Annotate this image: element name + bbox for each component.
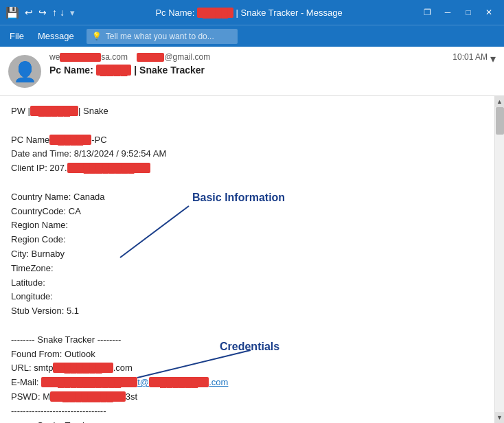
body-longitude: Longitude: [11, 290, 483, 304]
email-link[interactable]: ██████████t@██████.com [41, 377, 228, 387]
scrollbar-up[interactable]: ▲ [495, 96, 505, 107]
body-city: City: Burnaby [11, 247, 483, 262]
from-redacted [60, 53, 101, 62]
body-region-code: Region Code: [11, 233, 483, 247]
pcname-redacted: ████ [49, 135, 91, 145]
email-from: wesa.com @gmail.com [49, 52, 447, 62]
lightbulb-icon: 💡 [92, 32, 102, 41]
body-email: E-Mail: ██████████t@██████.com [11, 376, 483, 390]
url-redacted: ██████ [53, 363, 113, 373]
window-title: Pc Name: ████ | Snake Tracker - Message [80, 8, 417, 18]
message-menu[interactable]: Message [31, 28, 81, 44]
close-btn[interactable]: ✕ [479, 3, 499, 22]
title-bar: 💾 ↩ ↪ ↑ ↓ ▾ Pc Name: ████ | Snake Tracke… [0, 0, 504, 25]
body-country: Country Name: Canada [11, 190, 483, 205]
scrollbar-track[interactable] [495, 107, 504, 412]
subject-redacted: ████ [96, 65, 132, 76]
email-header: 👤 wesa.com @gmail.com Pc Name: ████ | Sn… [0, 47, 504, 96]
scrollbar-down[interactable]: ▼ [495, 412, 505, 423]
body-divider1: -------- Snake Tracker -------- [11, 333, 483, 347]
body-pc-name: PC Name████-PC [11, 133, 483, 148]
email-domain-redacted: ██████ [149, 377, 209, 387]
pswd-redacted: ████████ [50, 391, 126, 402]
body-found-from: Found From: Outlook [11, 347, 483, 362]
email-body: Basic Information Credentials PW |█████|… [0, 96, 494, 423]
file-menu[interactable]: File [3, 28, 31, 44]
up-icon[interactable]: ↑ [52, 7, 57, 18]
body-region-name: Region Name: [11, 218, 483, 233]
body-divider3: -------- Snake Tracker -------- [11, 419, 483, 423]
scrollbar[interactable]: ▲ ▼ [494, 96, 504, 423]
minimize-btn[interactable]: ─ [438, 3, 457, 22]
body-url: URL: smtp██████.com [11, 361, 483, 376]
title-redacted: ████ [197, 8, 233, 18]
more-icon[interactable]: ▾ [70, 8, 75, 18]
body-pswd: PSWD: M████████3st [11, 390, 483, 404]
body-stub-version: Stub Version: 5.1 [11, 304, 483, 319]
person-icon: 👤 [13, 60, 37, 83]
email-redacted: ██████████ [41, 377, 137, 387]
body-line-pw: PW |█████| Snake [11, 104, 483, 119]
pw-redacted: █████ [30, 106, 78, 116]
menu-bar: File Message 💡 Tell me what you want to … [0, 25, 504, 47]
body-client-ip: Client IP: 207.████████ [11, 161, 483, 176]
window-controls: ❐ ─ □ ✕ [417, 3, 499, 22]
avatar: 👤 [8, 55, 41, 88]
down-icon[interactable]: ↓ [60, 7, 65, 18]
body-latitude: Latitude: [11, 276, 483, 290]
redo-icon[interactable]: ↪ [38, 7, 47, 18]
undo-icon[interactable]: ↩ [25, 7, 33, 18]
email-body-container: Basic Information Credentials PW |█████|… [0, 96, 504, 423]
arrange-windows-btn[interactable]: ❐ [417, 3, 437, 22]
email-time: 10:01 AM [453, 52, 488, 62]
body-timezone: TimeZone: [11, 262, 483, 276]
search-bar[interactable]: 💡 Tell me what you want to do... [87, 29, 238, 44]
expand-btn[interactable]: ▾ [490, 52, 496, 65]
scrollbar-thumb[interactable] [496, 107, 504, 135]
body-country-code: CountryCode: CA [11, 205, 483, 219]
search-placeholder: Tell me what you want to do... [106, 32, 214, 41]
body-divider2: -------------------------------- [11, 404, 483, 419]
maximize-btn[interactable]: □ [459, 3, 478, 22]
ip-redacted: ████████ [67, 163, 151, 173]
app-icon: 💾 [5, 6, 19, 19]
email-subject: Pc Name: ████ | Snake Tracker [49, 65, 447, 76]
body-datetime: Date and Time: 8/13/2024 / 9:52:54 AM [11, 147, 483, 161]
from2-redacted [137, 53, 164, 62]
email-meta: wesa.com @gmail.com Pc Name: ████ | Snak… [49, 52, 447, 76]
